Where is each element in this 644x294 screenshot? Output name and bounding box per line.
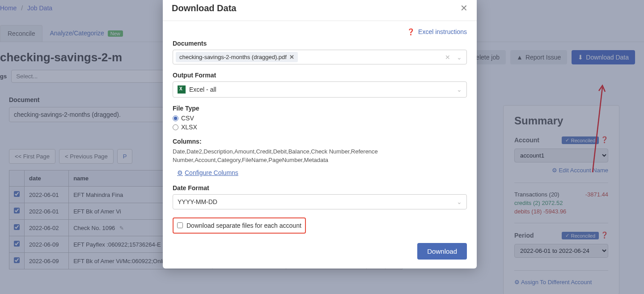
separate-files-checkbox[interactable]: [177, 222, 183, 228]
clear-all-icon[interactable]: ✕: [445, 54, 450, 61]
chevron-down-icon[interactable]: ⌄: [457, 198, 462, 205]
configure-columns-link[interactable]: ⚙ Configure Columns: [177, 169, 238, 176]
close-icon[interactable]: ✕: [460, 3, 468, 13]
output-format-select[interactable]: Excel - all ⌄: [173, 81, 467, 98]
columns-list: Date,Date2,Description,Amount,Credit,Deb…: [173, 148, 467, 165]
filetype-xlsx-radio[interactable]: [173, 124, 178, 130]
download-button[interactable]: Download: [417, 243, 467, 260]
modal-overlay: Download Data ✕ ❓ Excel instructions Doc…: [0, 0, 644, 294]
separate-files-highlight: Download separate files for each account: [173, 217, 306, 234]
output-format-label: Output Format: [173, 72, 467, 79]
document-chip: checking-savings-2-months (dragged).pdf …: [176, 52, 298, 62]
chip-remove-icon[interactable]: ✕: [289, 54, 294, 60]
dateformat-select[interactable]: YYYY-MM-DD ⌄: [173, 194, 467, 209]
columns-label: Columns:: [173, 138, 467, 145]
documents-label: Documents: [173, 40, 467, 47]
documents-multiselect[interactable]: checking-savings-2-months (dragged).pdf …: [173, 50, 467, 64]
filetype-label: File Type: [173, 105, 467, 112]
dateformat-label: Date Format: [173, 184, 467, 192]
download-data-modal: Download Data ✕ ❓ Excel instructions Doc…: [163, 0, 477, 268]
question-icon: ❓: [407, 28, 415, 35]
filetype-csv-radio[interactable]: [173, 115, 178, 121]
excel-icon: [178, 85, 186, 94]
modal-title: Download Data: [172, 3, 236, 13]
chevron-down-icon[interactable]: ⌄: [457, 54, 462, 61]
excel-instructions-link[interactable]: ❓ Excel instructions: [407, 28, 467, 35]
gear-icon: ⚙: [177, 169, 183, 176]
chevron-down-icon[interactable]: ⌄: [457, 86, 462, 93]
